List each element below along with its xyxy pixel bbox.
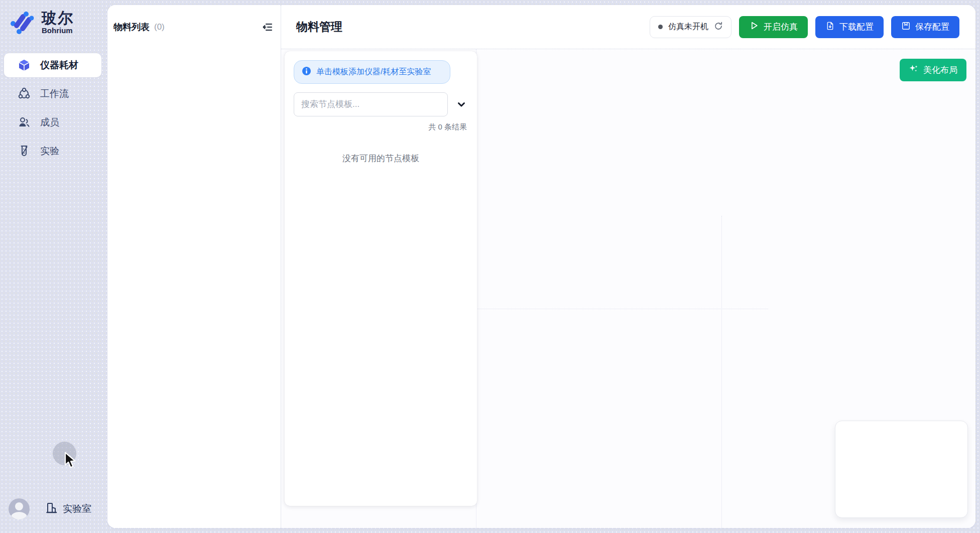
save-config-label: 保存配置	[915, 21, 949, 33]
status-dot-icon	[658, 25, 663, 29]
sidebar-item-label: 成员	[40, 116, 59, 129]
download-config-button[interactable]: 下载配置	[815, 16, 884, 38]
mouse-cursor	[64, 452, 79, 471]
sidebar-item-label: 仪器耗材	[40, 59, 78, 72]
collapse-panel-button[interactable]	[262, 21, 274, 33]
cube-icon	[18, 59, 31, 72]
sparkles-icon	[909, 64, 919, 76]
info-banner-text: 单击模板添加仪器/耗材至实验室	[316, 67, 431, 77]
user-avatar[interactable]	[9, 498, 30, 519]
material-list-header: 物料列表 (0)	[107, 5, 281, 49]
workflow-icon	[18, 87, 31, 100]
info-banner: 单击模板添加仪器/耗材至实验室	[294, 60, 450, 84]
start-simulation-button[interactable]: 开启仿真	[739, 16, 808, 38]
canvas-guide-horizontal	[476, 309, 768, 309]
chevron-down-icon[interactable]	[456, 99, 467, 110]
material-list-title: 物料列表	[113, 21, 150, 33]
play-icon	[749, 21, 759, 33]
sidebar-item-instruments[interactable]: 仪器耗材	[4, 53, 101, 77]
sidebar-footer: 实验室	[9, 498, 91, 519]
beautify-layout-label: 美化布局	[923, 64, 957, 76]
building-icon	[45, 501, 58, 517]
refresh-icon[interactable]	[714, 22, 723, 33]
status-label: 仿真未开机	[668, 22, 708, 32]
material-list-panel: 物料列表 (0)	[107, 5, 281, 528]
header-actions: 仿真未开机 开启仿真	[650, 16, 959, 38]
bohrium-logo-icon	[8, 8, 35, 37]
sidebar-item-workflow[interactable]: 工作流	[4, 82, 101, 106]
node-template-panel: 单击模板添加仪器/耗材至实验室 共 0 条结果 没有可用的节点模板	[285, 51, 477, 506]
main-card: 物料列表 (0) 物料管理 仿真未开机	[107, 5, 975, 528]
minimap[interactable]	[835, 421, 968, 518]
canvas-guide-vertical	[721, 216, 722, 528]
template-search-row	[294, 92, 468, 116]
save-config-button[interactable]: 保存配置	[891, 16, 959, 38]
simulation-status-chip[interactable]: 仿真未开机	[650, 16, 731, 38]
start-simulation-label: 开启仿真	[764, 21, 798, 33]
info-icon	[302, 66, 311, 78]
sidebar-item-label: 工作流	[40, 87, 69, 100]
brand-name-en: Bohrium	[42, 26, 74, 35]
result-count: 共 0 条结果	[294, 122, 468, 132]
sidebar-item-label: 实验	[40, 145, 59, 158]
save-icon	[901, 21, 911, 33]
sidebar-nav: 仪器耗材 工作流 成员	[4, 53, 101, 163]
empty-templates-text: 没有可用的节点模板	[294, 153, 468, 164]
members-icon	[18, 116, 31, 129]
sidebar-item-experiments[interactable]: 实验	[4, 139, 101, 163]
lab-entry[interactable]: 实验室	[45, 501, 91, 517]
lab-canvas[interactable]: 单击模板添加仪器/耗材至实验室 共 0 条结果 没有可用的节点模板	[281, 49, 975, 528]
lab-label: 实验室	[63, 502, 91, 515]
page-header: 物料管理 仿真未开机 开启仿真	[281, 5, 975, 49]
material-list-count: (0)	[154, 22, 165, 32]
download-config-label: 下载配置	[839, 21, 874, 33]
search-template-input[interactable]	[294, 92, 448, 116]
brand-logo: 玻尔 Bohrium	[8, 8, 74, 37]
file-download-icon	[825, 21, 835, 33]
page-title: 物料管理	[296, 19, 342, 35]
beautify-layout-button[interactable]: 美化布局	[900, 59, 966, 81]
sidebar-item-members[interactable]: 成员	[4, 110, 101, 135]
experiment-icon	[18, 145, 31, 158]
brand-name-zh: 玻尔	[42, 10, 74, 26]
